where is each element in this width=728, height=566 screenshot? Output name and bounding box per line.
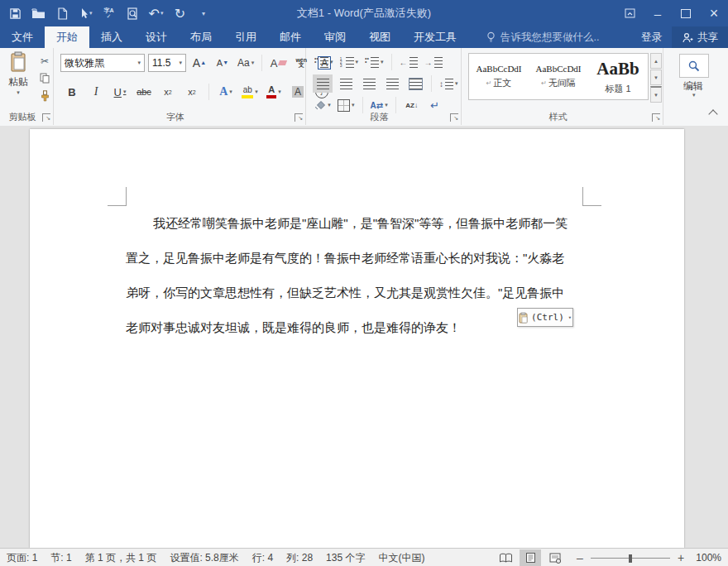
dropdown-icon: ▾ — [4, 89, 32, 96]
font-color-button[interactable]: A ▾ — [264, 83, 284, 101]
new-document-button[interactable] — [55, 5, 69, 22]
status-column[interactable]: 列: 28 — [286, 551, 313, 565]
align-left-button[interactable] — [313, 74, 333, 93]
status-section[interactable]: 节: 1 — [50, 551, 71, 565]
document-page: 我还经常嘲笑鲁振中老师是"座山雕"，是"鲁智深"等等，但鲁振中老师都一笑 置之，… — [30, 129, 684, 548]
format-painter-button[interactable] — [35, 89, 55, 102]
ribbon-display-options-button[interactable] — [615, 0, 644, 26]
tab-view[interactable]: 视图 — [357, 26, 402, 48]
print-preview-button[interactable] — [126, 5, 139, 22]
borders-icon — [338, 99, 350, 112]
cut-button[interactable]: ✂ — [35, 55, 55, 67]
document-text-line[interactable]: 置之，足见鲁振中老师是有气度的！鲁振中老师经常语重心长的对我说："火淼老 — [126, 250, 564, 266]
numbering-button[interactable]: 123▾ — [338, 53, 361, 71]
web-layout-icon — [549, 553, 562, 564]
underline-button[interactable]: U▾ — [110, 83, 130, 101]
ribbon-display-icon — [625, 8, 635, 18]
share-button[interactable]: 共享 — [672, 26, 728, 48]
touch-mode-button[interactable]: ▾ — [79, 5, 93, 22]
tab-layout[interactable]: 布局 — [179, 26, 223, 48]
subscript-button[interactable]: x2 — [158, 83, 178, 101]
font-name-combo[interactable]: 微软雅黑 ▾ — [60, 54, 145, 72]
status-language[interactable]: 中文(中国) — [378, 551, 424, 565]
save-button[interactable] — [8, 5, 22, 22]
status-vertical-position[interactable]: 设置值: 5.8厘米 — [170, 551, 238, 565]
change-case-button[interactable]: Aa▾ — [236, 54, 256, 72]
redo-button[interactable]: ↻ — [173, 5, 186, 22]
tab-file[interactable]: 文件 — [0, 26, 45, 48]
close-button[interactable]: × — [700, 0, 728, 26]
distribute-button[interactable] — [405, 74, 425, 93]
character-shading-button[interactable]: A — [288, 83, 308, 101]
strikethrough-button[interactable]: abc — [134, 83, 154, 101]
styles-scroll-down-button[interactable]: ▼ — [650, 70, 662, 85]
align-right-button[interactable] — [359, 74, 379, 93]
open-button[interactable] — [31, 5, 46, 22]
text-effects-button[interactable]: A▾ — [216, 83, 236, 101]
maximize-button[interactable] — [672, 0, 700, 26]
decrease-indent-button[interactable]: ← — [398, 53, 419, 71]
style-normal[interactable]: AaBbCcDdI ↵正文 — [469, 54, 529, 99]
line-spacing-button[interactable]: ↕▾ — [438, 74, 460, 93]
styles-scroll-up-button[interactable]: ▲ — [650, 53, 662, 69]
document-text-line[interactable]: 我还经常嘲笑鲁振中老师是"座山雕"，是"鲁智深"等等，但鲁振中老师都一笑 — [153, 215, 568, 231]
paragraph-dialog-launcher[interactable] — [450, 113, 458, 122]
status-line-number[interactable]: 行: 4 — [252, 551, 273, 565]
style-heading1[interactable]: AaBb 标题 1 — [588, 54, 648, 99]
sort-icon: AZ↓ — [405, 102, 418, 109]
highlight-button[interactable]: ab ▾ — [240, 83, 260, 101]
tab-references[interactable]: 引用 — [223, 26, 268, 48]
styles-more-button[interactable]: ▼ — [650, 86, 662, 103]
customize-qat-button[interactable]: ▾ — [196, 5, 209, 22]
tell-me-box[interactable]: 告诉我您想要做什么.. — [486, 26, 599, 48]
grow-font-button[interactable]: A▲ — [189, 54, 209, 72]
status-word-count[interactable]: 135 个字 — [326, 551, 365, 565]
dropdown-icon: ▾ — [568, 314, 572, 321]
zoom-percent[interactable]: 100% — [692, 552, 721, 564]
styles-dialog-launcher[interactable] — [652, 113, 660, 122]
tab-developer[interactable]: 开发工具 — [402, 26, 468, 48]
paste-options-button[interactable]: (Ctrl) ▾ — [517, 308, 573, 327]
minimize-button[interactable]: – — [644, 0, 672, 26]
numbering-icon: 123 — [340, 57, 354, 68]
multilevel-list-button[interactable]: •••▾ — [363, 53, 386, 71]
sign-in-button[interactable]: 登录 — [631, 26, 672, 48]
document-text-line[interactable]: 老师对事忠诚对友坦诚，既是难得的良师，也是难得的诤友！ — [126, 319, 461, 335]
tab-mailings[interactable]: 邮件 — [268, 26, 313, 48]
style-name: ↵正文 — [486, 77, 512, 89]
clipboard-dialog-launcher[interactable] — [42, 113, 50, 122]
increase-indent-button[interactable]: → — [423, 53, 444, 71]
zoom-out-button[interactable]: – — [574, 551, 586, 564]
bullets-button[interactable]: •••▾ — [313, 53, 335, 71]
align-center-button[interactable] — [336, 74, 356, 93]
zoom-slider-track[interactable] — [591, 558, 670, 559]
clear-formatting-button[interactable]: A — [268, 54, 288, 72]
document-text-line[interactable]: 弟呀，你写的文章思想性有，但缺乏艺术性，又尤其是观赏性欠佳。"足见鲁振中 — [126, 285, 564, 300]
status-page-number[interactable]: 页面: 1 — [7, 551, 37, 565]
status-page-of-pages[interactable]: 第 1 页，共 1 页 — [85, 551, 157, 565]
style-no-spacing[interactable]: AaBbCcDdI ↵无间隔 — [529, 54, 588, 99]
find-button[interactable] — [679, 54, 709, 78]
tab-review[interactable]: 审阅 — [313, 26, 357, 48]
superscript-button[interactable]: x2 — [182, 83, 202, 101]
zoom-slider-thumb[interactable] — [629, 554, 632, 563]
copy-button[interactable] — [35, 72, 55, 84]
zoom-in-button[interactable]: + — [675, 551, 687, 564]
undo-button[interactable]: ↶ ▾ — [149, 5, 164, 22]
justify-button[interactable] — [382, 74, 402, 93]
paste-button[interactable]: 粘贴 ▾ — [4, 51, 32, 96]
read-mode-button[interactable] — [495, 549, 516, 566]
tab-insert[interactable]: 插入 — [89, 26, 134, 48]
tab-design[interactable]: 设计 — [134, 26, 179, 48]
shrink-font-button[interactable]: A▼ — [213, 54, 232, 72]
italic-button[interactable]: I — [86, 83, 106, 101]
print-layout-button[interactable] — [520, 549, 541, 566]
web-layout-button[interactable] — [544, 549, 566, 566]
spelling-grammar-button[interactable]: 字A✓ — [103, 5, 116, 22]
font-dialog-launcher[interactable] — [295, 113, 303, 122]
font-size-combo[interactable]: 11.5 ▾ — [148, 54, 186, 72]
quick-access-toolbar: ▾ 字A✓ ↶ ▾ ↻ ▾ — [0, 5, 209, 22]
maximize-icon — [681, 9, 691, 18]
bold-button[interactable]: B — [62, 83, 82, 101]
tab-home[interactable]: 开始 — [45, 26, 89, 48]
